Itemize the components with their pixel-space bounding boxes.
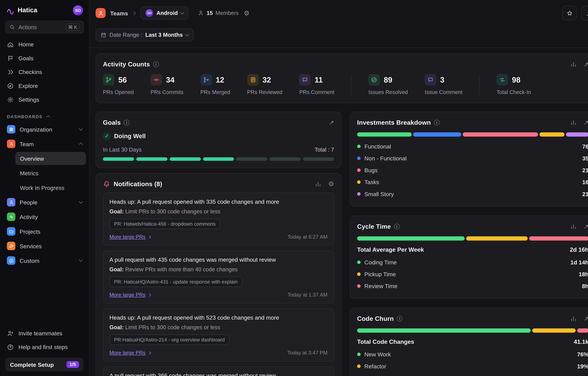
sidebar-item-activity[interactable]: Activity [3,210,86,224]
invite-teammates-button[interactable]: Invite teammates [3,326,86,340]
gear-icon[interactable]: ⚙ [328,181,334,187]
legend-value: 21 [582,167,588,173]
sidebar-item-people[interactable]: People [3,195,86,209]
notification-item[interactable]: Heads up: A pull request opened with 523… [103,308,334,361]
help-button[interactable]: Help and first steps [3,340,86,354]
progress-segment [236,157,267,161]
goals-status: ✓ Doing Well [96,126,341,140]
info-icon[interactable]: i [153,61,159,67]
goals-total: Total : 7 [315,146,334,153]
wrench-icon [7,242,15,250]
team-settings-gear-icon[interactable]: ⚙ [244,10,250,16]
more-large-prs-link[interactable]: More large PRs [109,292,150,298]
sidebar-item-organization[interactable]: Organization [3,122,86,136]
nav-goals[interactable]: Goals [3,52,86,65]
stat-label: PRs Comment [299,89,334,95]
nav-checkins[interactable]: Checkins [3,65,86,79]
legend-dot [357,261,361,264]
shortcut-badge: ⌘ K [65,23,80,31]
date-range-selector[interactable]: Date Range : Last 3 Months [96,28,193,42]
goals-progress-bar [103,157,334,161]
card-title: Code Churn [357,315,394,322]
breadcrumb[interactable]: Teams [110,10,128,16]
dashboards-section-header[interactable]: DASHBOARDS [0,107,89,122]
expand-icon[interactable]: ↗ [584,119,588,125]
bar-chart-icon[interactable] [570,223,577,230]
actions-search[interactable]: Actions ⌘ K [5,21,84,33]
favorite-button[interactable] [562,6,577,20]
goal-text: Review PRs with more than 40 code change… [125,266,237,272]
legend-label: Small Story [364,191,394,197]
pr-tag[interactable]: PR:HaticaHQ/Astro-214 - org overview das… [109,334,229,345]
notification-item[interactable]: A pull request with 366 code changes was… [103,366,334,376]
goal-label: Goal: [109,266,124,272]
team-selector[interactable]: SD Android [141,7,189,20]
legend-label: Rework [364,375,384,376]
investments-breakdown-card: Investments Breakdown i ↗ [350,112,588,207]
more-large-prs-link[interactable]: More large PRs [109,234,150,240]
cycle-time-stacked-bar [357,236,588,240]
expand-icon[interactable]: ↗ [584,316,588,322]
members-info[interactable]: 15 Members ⚙ [198,10,250,16]
expand-icon[interactable]: ↗ [584,223,588,230]
notification-message: Heads up: A pull request opened with 335… [109,198,328,205]
expand-icon[interactable]: ↗ [584,61,588,67]
nav-settings[interactable]: Settings [3,93,86,106]
progress-segment [203,157,234,161]
stat-label: PRs Commits [151,89,183,95]
complete-setup-button[interactable]: Complete Setup 1/5 [5,357,84,371]
notification-item[interactable]: Heads up: A pull request opened with 335… [103,193,334,246]
expand-icon[interactable]: ↗ [329,119,334,125]
sidebar-item-services[interactable]: Services [3,239,86,253]
goal-label: Goal: [109,324,124,330]
sidebar-item-metrics[interactable]: Metrics [15,167,86,179]
file-icon [247,74,259,85]
filter-row: Date Range : Last 3 Months [89,26,588,48]
section-label: DASHBOARDS [7,114,43,119]
app-title: Hatica [18,7,37,14]
notification-time: Today at 6:27 AM [288,234,328,240]
nav-home[interactable]: Home [3,38,86,51]
info-icon[interactable]: i [397,316,403,322]
members-count: 15 [207,10,213,16]
stat-label: Total Check-In [497,89,531,95]
pr-tag[interactable]: PR: Hatweb/Hatica-456 - dropdown commons [109,219,220,229]
goal-text: Limit PRs to 300 code changes or less [125,208,220,214]
bell-icon [103,180,110,188]
nav-label: Settings [19,96,39,103]
progress-segment [170,157,201,161]
chevron-down-icon [185,32,189,36]
more-large-prs-link[interactable]: More large PRs [109,350,150,356]
nav-explore[interactable]: Explore [3,79,86,93]
info-icon[interactable]: i [434,120,439,125]
info-icon[interactable]: i [124,120,130,125]
bar-chart-icon[interactable] [570,119,577,126]
goals-period-row: In Last 30 Days Total : 7 [96,140,341,153]
check-circle-icon [368,74,380,85]
sidebar-item-overview[interactable]: Overview [15,152,86,165]
stat-value: 32 [262,75,271,84]
bar-chart-icon[interactable] [570,315,577,322]
stat-value: 89 [384,75,392,84]
sidebar-item-custom[interactable]: Custom [3,254,86,267]
git-branch-icon [103,74,114,85]
notification-item[interactable]: A pull request with 435 code changes was… [103,251,334,303]
sidebar-item-projects[interactable]: Projects [3,224,86,238]
share-button[interactable] [581,6,588,20]
info-icon[interactable]: i [394,224,400,230]
legend-row: Rework 5% [350,372,588,376]
sidebar-item-work-in-progress[interactable]: Work In Progress [15,181,86,194]
check-circle-icon: ✓ [103,132,111,140]
pr-tag[interactable]: PR: HaticaHQ/Astro-431 - update response… [109,277,242,287]
user-avatar[interactable]: SD [73,5,83,15]
question-icon [7,344,14,351]
legend-value: 19% [577,363,588,370]
stat-value: 12 [216,75,224,84]
bar-chart-icon[interactable] [570,61,577,68]
sidebar-item-team[interactable]: Team [3,137,86,151]
sidebar-item-label: Team [20,141,34,147]
bar-chart-icon[interactable] [315,181,321,187]
comment-icon [299,74,311,85]
checkins-icon [7,69,14,75]
goal-text: Limit PRs to 300 code changes or less [125,324,220,330]
